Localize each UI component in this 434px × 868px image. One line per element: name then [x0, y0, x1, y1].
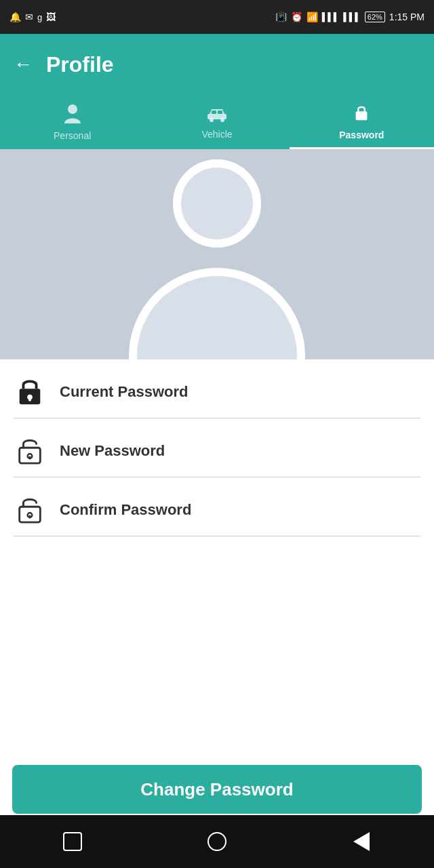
icon-g: g — [37, 12, 42, 22]
avatar-area — [0, 149, 434, 359]
icon-image: 🖼 — [46, 12, 56, 22]
tab-vehicle[interactable]: Vehicle — [144, 95, 289, 149]
car-icon — [205, 104, 229, 126]
page-title: Profile — [46, 52, 114, 77]
confirm-password-label: Confirm Password — [60, 501, 191, 519]
nav-recents-button[interactable] — [52, 821, 93, 862]
svg-rect-4 — [212, 111, 216, 114]
svg-rect-6 — [356, 111, 368, 120]
new-password-label: New Password — [60, 442, 165, 460]
battery-indicator: 62% — [365, 12, 385, 22]
time-display: 1:15 PM — [389, 12, 425, 22]
icon-signal1: ▌▌▌ — [322, 12, 340, 22]
avatar-placeholder — [108, 149, 326, 359]
lock-tab-icon — [353, 104, 370, 127]
avatar-body — [129, 268, 305, 359]
current-password-label: Current Password — [60, 383, 189, 401]
lock-filled-icon — [14, 376, 46, 408]
status-icons-left: 🔔 ✉ g 🖼 — [9, 12, 56, 22]
svg-point-3 — [220, 118, 224, 122]
svg-rect-5 — [218, 111, 222, 114]
status-bar: 🔔 ✉ g 🖼 📳 ⏰ 📶 ▌▌▌ ▌▌▌ 62% 1:15 PM — [0, 0, 434, 34]
icon-mail: ✉ — [25, 12, 33, 22]
password-form: Current Password New Password Confirm Pa… — [0, 359, 434, 536]
icon-alarm: ⏰ — [291, 12, 302, 22]
status-icons-right: 📳 ⏰ 📶 ▌▌▌ ▌▌▌ 62% 1:15 PM — [275, 12, 425, 22]
icon-signal2: ▌▌▌ — [343, 12, 361, 22]
lock-confirm-icon — [14, 494, 46, 526]
nav-back-button[interactable] — [341, 821, 382, 862]
confirm-password-field[interactable]: Confirm Password — [14, 477, 420, 536]
header: ← Profile — [0, 34, 434, 95]
nav-home-icon — [208, 832, 226, 851]
icon-notification: 🔔 — [9, 12, 21, 22]
nav-back-icon — [353, 832, 370, 851]
tab-password-label: Password — [339, 130, 384, 140]
svg-rect-9 — [28, 397, 31, 401]
svg-rect-10 — [20, 448, 41, 463]
new-password-field[interactable]: New Password — [14, 418, 420, 477]
avatar-head — [173, 159, 261, 248]
icon-vibrate: 📳 — [275, 12, 287, 22]
svg-rect-15 — [29, 515, 31, 519]
nav-recents-icon — [63, 832, 82, 851]
svg-point-0 — [68, 104, 77, 114]
person-icon — [64, 103, 81, 127]
tab-password[interactable]: Password — [290, 95, 434, 149]
svg-point-2 — [210, 118, 214, 122]
change-password-button[interactable]: Change Password — [12, 765, 422, 814]
nav-home-button[interactable] — [197, 821, 237, 862]
back-button[interactable]: ← — [14, 54, 33, 75]
tab-vehicle-label: Vehicle — [201, 129, 232, 140]
tab-personal-label: Personal — [54, 130, 91, 141]
current-password-field[interactable]: Current Password — [14, 359, 420, 418]
tab-bar: Personal Vehicle Password — [0, 95, 434, 149]
tab-personal[interactable]: Personal — [0, 95, 144, 149]
lock-open-icon — [14, 435, 46, 467]
svg-rect-13 — [20, 507, 41, 522]
bottom-nav — [0, 815, 434, 868]
svg-rect-12 — [29, 456, 31, 460]
icon-wifi: 📶 — [307, 12, 318, 22]
